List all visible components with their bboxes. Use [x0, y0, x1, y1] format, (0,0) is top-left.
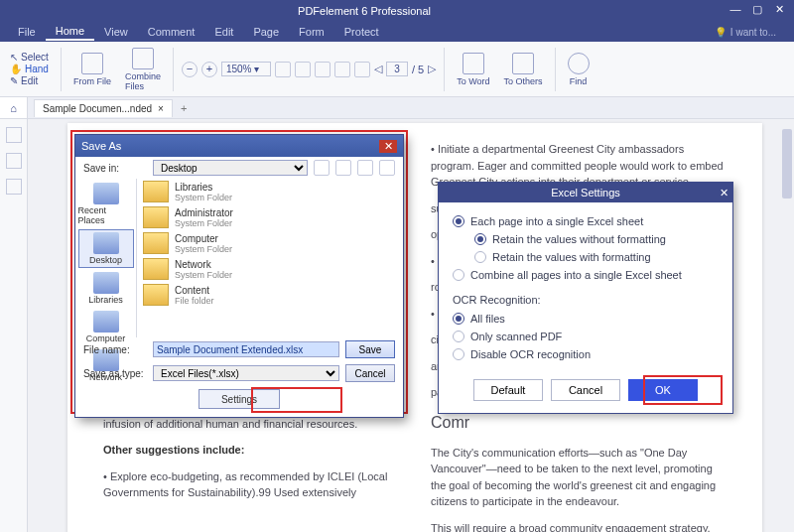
ribbon: ↖Select ✋Hand ✎Edit From File Combine Fi… [0, 42, 794, 97]
attachments-icon[interactable] [6, 179, 22, 195]
views-icon[interactable] [379, 160, 395, 176]
menu-edit[interactable]: Edit [204, 24, 243, 40]
default-button[interactable]: Default [473, 379, 543, 401]
excel-titlebar[interactable]: Excel Settings✕ [439, 183, 732, 202]
actual-size-button[interactable] [315, 62, 331, 77]
rotate-right-button[interactable] [354, 62, 370, 77]
folder-icon [143, 206, 169, 228]
settings-highlight [251, 387, 342, 413]
excel-settings-dialog: Excel Settings✕ Each page into a single … [438, 182, 733, 414]
zoom-out-button[interactable]: − [182, 62, 198, 77]
title-bar: PDFelement 6 Professional — ▢ ✕ [0, 0, 794, 22]
list-item[interactable]: LibrariesSystem Folder [137, 179, 403, 204]
filetype-label: Save as type: [83, 368, 147, 379]
saveas-close-icon[interactable]: ✕ [379, 140, 397, 153]
to-word-button[interactable]: To Word [453, 51, 493, 88]
folder-icon [143, 232, 169, 254]
folder-icon [143, 284, 169, 306]
filename-input[interactable] [153, 341, 339, 357]
app-title: PDFelement 6 Professional [4, 5, 725, 17]
menu-form[interactable]: Form [289, 24, 334, 40]
find-button[interactable]: Find [564, 51, 594, 88]
from-file-button[interactable]: From File [69, 51, 115, 88]
maximize-button[interactable]: ▢ [746, 3, 768, 19]
hand-tool[interactable]: ✋Hand [10, 64, 49, 74]
prev-page-button[interactable]: ◁ [374, 63, 382, 75]
menu-file[interactable]: File [8, 24, 46, 40]
saveas-file-list[interactable]: LibrariesSystem Folder AdministratorSyst… [137, 179, 403, 337]
saveas-places: Recent Places Desktop Libraries Computer… [75, 179, 137, 337]
ocr-all[interactable]: All files [453, 310, 719, 328]
bookmarks-icon[interactable] [6, 153, 22, 169]
word-icon [463, 53, 484, 74]
page-total: / 5 [412, 64, 424, 75]
home-tab[interactable]: ⌂ [0, 97, 28, 118]
side-panel [0, 119, 28, 532]
place-recent[interactable]: Recent Places [78, 181, 134, 227]
others-icon [512, 53, 534, 74]
close-tab-icon[interactable]: × [158, 103, 164, 114]
menu-page[interactable]: Page [243, 24, 289, 40]
ocr-scanned[interactable]: Only scanned PDF [453, 328, 719, 345]
save-as-dialog: Save As ✕ Save in: Desktop Recent Places… [74, 134, 404, 418]
fit-page-button[interactable] [295, 62, 311, 77]
combine-icon [132, 48, 154, 69]
ok-highlight [643, 375, 723, 405]
select-tool[interactable]: ↖Select [10, 52, 49, 63]
saveas-cancel-button[interactable]: Cancel [345, 364, 395, 382]
menu-bar: File Home View Comment Edit Page Form Pr… [0, 22, 794, 42]
list-item[interactable]: ContentFile folder [137, 282, 403, 308]
zoom-select[interactable]: 150% ▾ [221, 62, 271, 76]
opt-combine[interactable]: Combine all pages into a single Excel sh… [453, 266, 719, 284]
place-libraries[interactable]: Libraries [78, 270, 134, 307]
xls-cancel-button[interactable]: Cancel [551, 379, 620, 401]
menu-comment[interactable]: Comment [138, 24, 205, 40]
bulb-icon: 💡 [715, 27, 727, 38]
desktop-icon [93, 232, 119, 254]
computer-icon [93, 311, 119, 332]
filetype-select[interactable]: Excel Files(*.xlsx) [153, 365, 339, 381]
place-desktop[interactable]: Desktop [78, 229, 134, 268]
opt-with-format[interactable]: Retain the values with formatting [453, 248, 719, 266]
opt-no-format[interactable]: Retain the values without formatting [453, 230, 719, 248]
minimize-button[interactable]: — [725, 3, 746, 19]
close-button[interactable]: ✕ [768, 3, 790, 19]
quick-edit[interactable]: ✎Edit [10, 75, 38, 86]
recent-icon [93, 183, 119, 204]
newfolder-icon[interactable] [357, 160, 373, 176]
place-computer[interactable]: Computer [78, 309, 134, 345]
savein-select[interactable]: Desktop [153, 160, 308, 176]
rotate-left-button[interactable] [334, 62, 350, 77]
menu-protect[interactable]: Protect [334, 24, 389, 40]
back-icon[interactable] [314, 160, 330, 176]
folder-icon [143, 258, 169, 280]
tab-bar: ⌂ Sample Documen...nded× + [0, 97, 794, 119]
list-item[interactable]: AdministratorSystem Folder [137, 204, 403, 230]
scrollbar[interactable] [780, 119, 794, 532]
list-item[interactable]: ComputerSystem Folder [137, 230, 403, 256]
menu-home[interactable]: Home [46, 23, 94, 41]
new-tab-button[interactable]: + [181, 102, 187, 114]
search-icon [568, 53, 590, 74]
combine-button[interactable]: Combine Files [121, 46, 165, 93]
to-others-button[interactable]: To Others [500, 51, 547, 88]
saveas-titlebar[interactable]: Save As ✕ [75, 135, 403, 157]
fit-width-button[interactable] [275, 62, 291, 77]
zoom-in-button[interactable]: + [201, 62, 217, 77]
excel-close-icon[interactable]: ✕ [720, 187, 728, 200]
thumbnails-icon[interactable] [6, 127, 22, 143]
page-input[interactable]: 3 [386, 62, 408, 76]
next-page-button[interactable]: ▷ [428, 63, 436, 75]
libraries-icon [93, 272, 119, 294]
ocr-disable[interactable]: Disable OCR recognition [453, 345, 719, 363]
file-icon [81, 53, 103, 74]
scroll-thumb[interactable] [782, 129, 792, 199]
i-want-to[interactable]: 💡I want to... [705, 25, 786, 40]
menu-view[interactable]: View [94, 24, 138, 40]
list-item[interactable]: NetworkSystem Folder [137, 256, 403, 282]
opt-each-page[interactable]: Each page into a single Excel sheet [453, 212, 719, 230]
save-button[interactable]: Save [345, 340, 395, 358]
document-tab[interactable]: Sample Documen...nded× [34, 99, 173, 117]
folder-icon [143, 181, 169, 202]
up-icon[interactable] [335, 160, 351, 176]
